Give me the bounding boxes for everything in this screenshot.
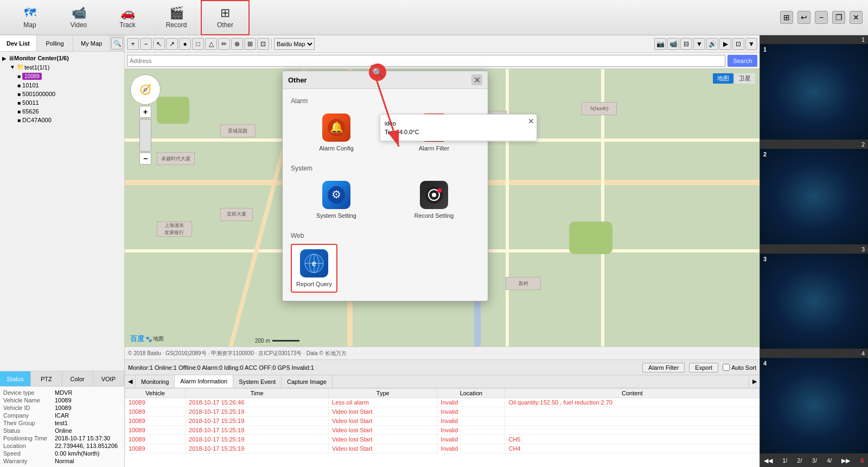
video-cell-2[interactable]: 2 xyxy=(760,149,868,245)
layer-btn[interactable]: ⊟ xyxy=(680,38,692,50)
next-tab-btn[interactable]: ▶ xyxy=(749,375,760,388)
measure-btn[interactable]: ⊕ xyxy=(231,38,243,50)
table-row[interactable]: 10089 2018-10-17 15:26:46 Less oil alarm… xyxy=(125,398,760,407)
map-zoom-out[interactable]: − xyxy=(139,153,151,165)
s-btn[interactable]: S xyxy=(859,457,866,464)
auto-sort-checkbox[interactable] xyxy=(723,364,730,371)
tree-node-dc47[interactable]: ■ DC47A000 xyxy=(2,116,122,124)
zoom-in-btn[interactable]: + xyxy=(127,38,139,50)
tree-test1[interactable]: ▼ 📁 test1(1/1) xyxy=(2,62,122,72)
grid-map-btn[interactable]: ⊞ xyxy=(244,38,256,50)
cell-time: 2018-10-17 15:25:19 xyxy=(186,435,329,444)
map-btn[interactable]: 地图 xyxy=(713,73,733,84)
tab-system-event[interactable]: System Event xyxy=(233,375,282,388)
tree-node-10101[interactable]: ■ 10101 xyxy=(2,81,122,90)
tab-voip[interactable]: VOIP xyxy=(93,371,124,386)
folder-icon: 📁 xyxy=(17,64,24,71)
tab-mymap[interactable]: My Map xyxy=(73,35,110,51)
zoom-out-btn[interactable]: − xyxy=(140,38,152,50)
restore-btn[interactable]: ❐ xyxy=(832,11,845,24)
tab-capture[interactable]: Capture Image xyxy=(282,375,333,388)
rect-btn[interactable]: □ xyxy=(192,38,204,50)
video-cell-1[interactable]: 1 xyxy=(760,44,868,140)
map-zoom-in[interactable]: + xyxy=(139,106,151,118)
video-cell-4[interactable]: 4 xyxy=(760,358,868,454)
other-dialog[interactable]: Other ✕ Alarm 🔔 Alarm Config xyxy=(282,71,488,301)
back-btn[interactable]: ↩ xyxy=(797,11,810,24)
table-row[interactable]: 10089 2018-10-17 15:25:19 Video lost Sta… xyxy=(125,426,760,435)
vid-page-1[interactable]: 1/ xyxy=(781,457,789,464)
poly-btn[interactable]: △ xyxy=(205,38,217,50)
nav-record[interactable]: 🎬 Record xyxy=(152,0,201,35)
close-btn[interactable]: ✕ xyxy=(850,11,863,24)
table-row[interactable]: 10089 2018-10-17 15:25:19 Video lost Sta… xyxy=(125,407,760,416)
video-bg-3 xyxy=(760,254,868,349)
tab-ptz[interactable]: PTZ xyxy=(31,371,62,386)
compass-btn[interactable]: 🧭 xyxy=(130,74,161,105)
filter-btn[interactable]: ▼ xyxy=(693,38,705,50)
map-type-select[interactable]: Baidu Map xyxy=(274,38,315,50)
table-row[interactable]: 10089 2018-10-17 15:25:19 Video lost Sta… xyxy=(125,444,760,453)
search-button[interactable]: Search xyxy=(727,55,757,67)
more-btn[interactable]: ⊡ xyxy=(732,38,744,50)
alarm-table: Vehicle Time Type Location Content 10089… xyxy=(125,388,760,453)
sidebar-search-btn[interactable]: 🔍 xyxy=(111,37,123,49)
prev-tab-btn[interactable]: ◀ xyxy=(125,375,136,388)
tab-polling[interactable]: Polling xyxy=(37,35,74,51)
vid-page-3[interactable]: 3/ xyxy=(810,457,819,464)
satellite-btn[interactable]: 卫星 xyxy=(735,73,755,84)
nav-track[interactable]: 🚗 Track xyxy=(103,0,152,35)
tab-status[interactable]: Status xyxy=(0,371,31,386)
vid-page-4[interactable]: 4/ xyxy=(825,457,833,464)
tab-alarm-info[interactable]: Alarm Information xyxy=(175,375,233,388)
vid-btn[interactable]: 📹 xyxy=(667,38,679,50)
record-icon: 🎬 xyxy=(169,6,184,20)
nav-map[interactable]: 🗺 Map xyxy=(5,0,54,35)
tree-root[interactable]: ▶ 🖥 Monitor Center(1/6) xyxy=(2,54,122,62)
video-cell-3[interactable]: 3 xyxy=(760,254,868,350)
nav-other[interactable]: ⊞ Other xyxy=(201,0,250,35)
dialog-header: Other ✕ xyxy=(283,71,488,89)
tab-color[interactable]: Color xyxy=(62,371,93,386)
alarm-filter-button[interactable]: Alarm Filter xyxy=(642,363,685,373)
record-setting-item[interactable]: Record Setting xyxy=(388,176,480,223)
prev-vid-btn[interactable]: ◀◀ xyxy=(762,457,774,464)
route-btn[interactable]: ↗ xyxy=(166,38,178,50)
tab-devlist[interactable]: Dev List xyxy=(0,35,37,51)
system-setting-item[interactable]: ⚙ System Setting xyxy=(291,176,382,223)
system-section-label: System xyxy=(291,165,480,172)
alarm-filter-item[interactable]: 🚫 Alarm Filter xyxy=(388,109,480,156)
full-btn[interactable]: ⊡ xyxy=(257,38,269,50)
play-btn[interactable]: ▶ xyxy=(719,38,731,50)
report-query-item[interactable]: e Report Query xyxy=(291,244,337,293)
tree-node-65626[interactable]: ■ 65626 xyxy=(2,107,122,116)
dialog-close-btn[interactable]: ✕ xyxy=(471,74,482,85)
table-row[interactable]: 10089 2018-10-17 15:25:19 Video lost Sta… xyxy=(125,416,760,426)
cell-location: Invalid xyxy=(437,435,505,444)
table-row[interactable]: 10089 2018-10-17 15:25:19 Video lost Sta… xyxy=(125,435,760,444)
tree-node-50011[interactable]: ■ 50011 xyxy=(2,98,122,107)
circle-btn[interactable]: ● xyxy=(179,38,191,50)
speaker-btn[interactable]: 🔊 xyxy=(706,38,718,50)
tab-monitoring[interactable]: Monitoring xyxy=(136,375,175,388)
tree-node-10089[interactable]: ■ 10089 xyxy=(2,72,122,81)
nav-video[interactable]: 📹 Video xyxy=(54,0,103,35)
next-vid-btn[interactable]: ▶▶ xyxy=(840,457,852,464)
cell-location: Invalid xyxy=(437,444,505,453)
map-icon: 🗺 xyxy=(24,6,36,20)
alarm-config-item[interactable]: 🔔 Alarm Config xyxy=(291,109,382,156)
cell-content: CH4 xyxy=(505,444,760,453)
expand-btn[interactable]: ▼ xyxy=(745,38,757,50)
tree-node-5001[interactable]: ■ 5001000000 xyxy=(2,90,122,98)
pan-btn[interactable]: ↖ xyxy=(153,38,165,50)
draw-btn[interactable]: ✏ xyxy=(218,38,230,50)
park2 xyxy=(569,222,612,254)
vid-page-2[interactable]: 2/ xyxy=(795,457,803,464)
minus-btn[interactable]: − xyxy=(815,11,828,24)
zoom-slider[interactable] xyxy=(139,119,151,152)
export-button[interactable]: Export xyxy=(689,363,718,373)
cam-btn[interactable]: 📷 xyxy=(654,38,666,50)
cell-content: CH5 xyxy=(505,435,760,444)
address-input[interactable] xyxy=(127,55,725,67)
grid-btn[interactable]: ⊞ xyxy=(780,11,793,24)
